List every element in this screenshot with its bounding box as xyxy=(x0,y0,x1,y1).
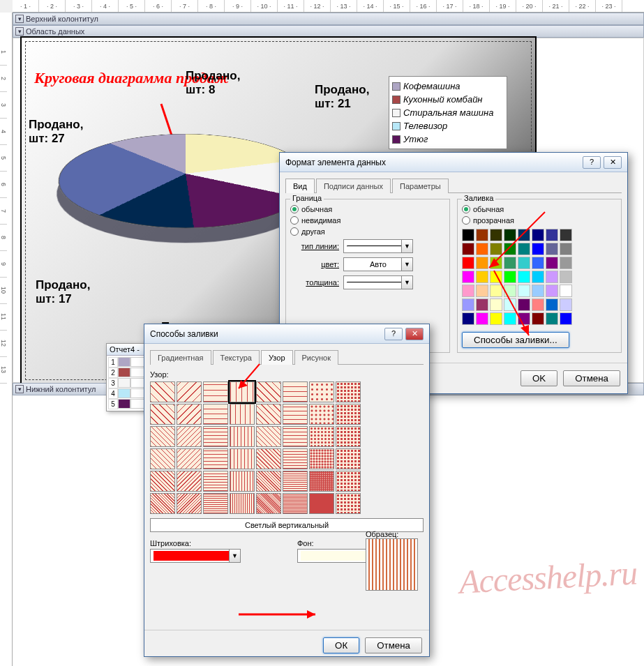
dialog-titlebar[interactable]: Способы заливки ? ✕ xyxy=(144,324,429,344)
pattern-cell[interactable] xyxy=(309,493,334,514)
section-report-header[interactable]: ▾ Верхний колонтитул xyxy=(13,13,644,25)
pattern-cell[interactable] xyxy=(283,448,308,469)
help-button[interactable]: ? xyxy=(384,328,403,340)
chart-legend[interactable]: КофемашинаКухонный комбайнСтиральная маш… xyxy=(389,76,507,149)
pattern-cell[interactable] xyxy=(230,448,255,469)
pattern-cell[interactable] xyxy=(230,493,255,514)
color-cell[interactable] xyxy=(462,243,474,255)
color-cell[interactable] xyxy=(462,229,474,241)
row-num: 2 xyxy=(108,368,118,378)
cancel-button[interactable]: Отмена xyxy=(563,370,620,386)
cancel-button[interactable]: Отмена xyxy=(365,637,422,653)
pattern-cell[interactable] xyxy=(336,471,361,492)
color-cell[interactable] xyxy=(462,312,474,325)
tab-gradient[interactable]: Градиентная xyxy=(150,350,211,365)
pattern-cell[interactable] xyxy=(177,404,202,425)
color-cell[interactable] xyxy=(462,271,474,283)
pattern-cell[interactable] xyxy=(203,493,228,514)
pattern-cell[interactable] xyxy=(309,426,334,447)
pattern-cell[interactable] xyxy=(256,404,281,425)
pattern-cell[interactable] xyxy=(283,471,308,492)
legend-item[interactable]: Стиральная машина xyxy=(392,106,504,119)
pattern-cell[interactable] xyxy=(203,381,228,402)
tab-view[interactable]: Вид xyxy=(285,179,315,193)
close-button[interactable]: ✕ xyxy=(604,156,622,169)
pattern-cell[interactable] xyxy=(150,471,175,492)
color-cell[interactable] xyxy=(462,298,474,311)
pattern-cell[interactable] xyxy=(256,448,281,469)
pattern-cell[interactable] xyxy=(309,471,334,492)
legend-item[interactable]: Телевизор xyxy=(392,119,504,133)
pattern-cell[interactable] xyxy=(177,448,202,469)
color-cell[interactable] xyxy=(462,257,474,269)
pattern-cell[interactable] xyxy=(336,404,361,425)
tab-data-labels[interactable]: Подписи данных xyxy=(316,179,391,193)
pattern-cell[interactable] xyxy=(336,493,361,514)
pattern-cell[interactable] xyxy=(177,426,202,447)
pattern-cell[interactable] xyxy=(177,381,202,402)
collapse-icon[interactable]: ▾ xyxy=(15,385,24,393)
pattern-cell[interactable] xyxy=(150,493,175,514)
pattern-cell[interactable] xyxy=(283,404,308,425)
dialog-titlebar[interactable]: Формат элемента данных ? ✕ xyxy=(280,153,627,172)
pattern-cell[interactable] xyxy=(283,381,308,402)
pattern-cell[interactable] xyxy=(150,404,175,425)
chevron-down-icon[interactable]: ▼ xyxy=(401,276,412,289)
pattern-cell[interactable] xyxy=(336,381,361,402)
color-combo[interactable]: Авто▼ xyxy=(343,257,413,271)
pattern-cell[interactable] xyxy=(203,404,228,425)
ok-button[interactable]: OK xyxy=(521,370,557,386)
pattern-cell[interactable] xyxy=(177,493,202,514)
pattern-cell[interactable] xyxy=(309,448,334,469)
pattern-cell[interactable] xyxy=(283,426,308,447)
pattern-cell[interactable] xyxy=(336,426,361,447)
legend-text: Стиральная машина xyxy=(403,107,493,118)
row-swatch[interactable] xyxy=(118,368,130,377)
pattern-cell[interactable] xyxy=(203,448,228,469)
pattern-cell[interactable] xyxy=(283,493,308,514)
pattern-cell[interactable] xyxy=(309,404,334,425)
tab-picture[interactable]: Рисунок xyxy=(294,350,339,365)
weight-combo[interactable]: ▼ xyxy=(343,275,413,289)
radio-border-other[interactable]: другая xyxy=(290,226,445,237)
pattern-cell[interactable] xyxy=(203,426,228,447)
pattern-cell[interactable] xyxy=(256,493,281,514)
row-swatch[interactable] xyxy=(118,357,130,367)
chevron-down-icon[interactable]: ▼ xyxy=(401,258,412,271)
legend-item[interactable]: Кофемашина xyxy=(392,80,504,93)
row-swatch[interactable] xyxy=(118,388,130,398)
pattern-cell[interactable] xyxy=(150,426,175,447)
svg-marker-7 xyxy=(239,380,248,388)
radio-border-invisible[interactable]: невидимая xyxy=(290,215,445,226)
pie-chart[interactable] xyxy=(60,93,311,268)
pattern-cell[interactable] xyxy=(256,426,281,447)
pattern-cell[interactable] xyxy=(256,471,281,492)
close-button[interactable]: ✕ xyxy=(405,328,424,340)
pattern-grid[interactable] xyxy=(150,381,424,514)
help-button[interactable]: ? xyxy=(583,156,601,169)
pattern-cell[interactable] xyxy=(230,471,255,492)
tab-params[interactable]: Параметры xyxy=(392,179,449,193)
pattern-cell[interactable] xyxy=(150,381,175,402)
row-swatch[interactable] xyxy=(118,399,130,409)
ok-button[interactable]: ОК xyxy=(323,637,359,653)
legend-item[interactable]: Кухонный комбайн xyxy=(392,93,504,106)
chevron-down-icon[interactable]: ▼ xyxy=(229,550,240,562)
color-cell[interactable] xyxy=(462,285,474,297)
pattern-cell[interactable] xyxy=(230,404,255,425)
collapse-icon[interactable]: ▾ xyxy=(15,15,24,23)
hatch-color-combo[interactable]: ▼ xyxy=(150,549,241,563)
pattern-cell[interactable] xyxy=(309,381,334,402)
pattern-cell[interactable] xyxy=(150,448,175,469)
radio-border-normal[interactable]: обычная xyxy=(290,204,445,215)
row-swatch[interactable] xyxy=(118,378,130,388)
pattern-cell[interactable] xyxy=(203,471,228,492)
pattern-cell[interactable] xyxy=(177,471,202,492)
arrow-icon xyxy=(235,607,326,621)
legend-item[interactable]: Утюг xyxy=(392,133,504,146)
pattern-cell[interactable] xyxy=(230,426,255,447)
chevron-down-icon[interactable]: ▼ xyxy=(401,240,412,252)
collapse-icon[interactable]: ▾ xyxy=(15,27,24,36)
line-type-combo[interactable]: ▼ xyxy=(343,239,413,253)
pattern-cell[interactable] xyxy=(336,448,361,469)
